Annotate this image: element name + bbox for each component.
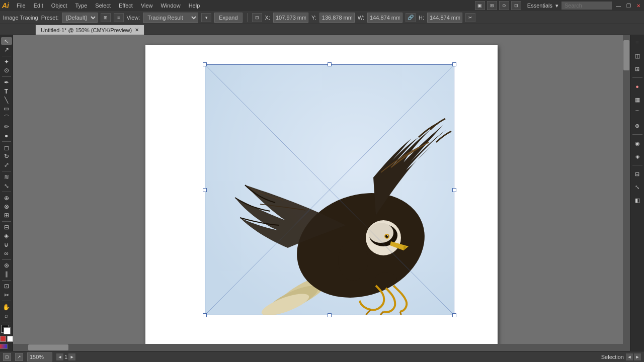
zoom-input[interactable] <box>27 352 52 361</box>
swatches-panel-btn[interactable]: ▦ <box>632 94 643 105</box>
expand-button[interactable]: Expand <box>214 13 242 23</box>
blend-tool[interactable]: ∞ <box>1 249 12 257</box>
view-icon[interactable]: ▾ <box>201 13 211 22</box>
handle-mid-left[interactable] <box>203 188 207 192</box>
size-icon[interactable]: ⊡ <box>252 13 262 22</box>
type-tool[interactable]: T <box>1 87 12 95</box>
slice-tool[interactable]: ✂ <box>1 291 12 299</box>
graphic-styles-panel-btn[interactable]: ◉ <box>632 138 643 149</box>
live-paint-tool[interactable]: ⊗ <box>1 203 12 210</box>
column-graph-tool[interactable]: ∥ <box>1 270 12 278</box>
w-input[interactable] <box>367 13 403 23</box>
tab-close-button[interactable]: ✕ <box>135 27 139 33</box>
handle-bot-left[interactable] <box>203 313 207 317</box>
align-panel-btn[interactable]: ⊟ <box>632 168 643 179</box>
symbol-sprayer-tool[interactable]: ⊛ <box>1 261 12 269</box>
transform-panel-btn[interactable]: ⤡ <box>632 182 643 193</box>
artboard-tool[interactable]: ⊡ <box>1 283 12 290</box>
color-mode-red[interactable] <box>0 336 6 342</box>
properties-panel-btn[interactable]: ≡ <box>632 37 643 48</box>
preset-icon2[interactable]: ≡ <box>114 13 124 22</box>
scale-tool[interactable]: ⤢ <box>1 161 12 169</box>
toolbar-mode3[interactable]: ⊙ <box>499 1 509 10</box>
toolbar-mode1[interactable]: ▣ <box>475 1 485 10</box>
document-tab[interactable]: Untitled-1* @ 150% (CMYK/Preview) ✕ <box>35 25 144 35</box>
nav-right[interactable]: ► <box>68 353 75 360</box>
status-nav-next[interactable]: ► <box>634 353 641 360</box>
blob-brush-tool[interactable]: ● <box>1 132 12 139</box>
free-transform-tool[interactable]: ⤡ <box>1 182 12 190</box>
handle-bot-center[interactable] <box>328 313 332 317</box>
workspace-dropdown-icon[interactable]: ▾ <box>555 3 558 9</box>
menu-effect[interactable]: Effect <box>115 2 136 10</box>
handle-bot-right[interactable] <box>452 313 456 317</box>
mesh-tool[interactable]: ⊟ <box>1 223 12 231</box>
paintbrush-tool[interactable]: ⌒ <box>1 114 12 122</box>
pen-tool[interactable]: ✒ <box>1 79 12 86</box>
menu-file[interactable]: File <box>13 2 29 10</box>
warp-tool[interactable]: ≋ <box>1 173 12 181</box>
canvas-area[interactable] <box>13 35 630 351</box>
minimize-button[interactable]: — <box>615 2 622 9</box>
menu-window[interactable]: Window <box>157 2 184 10</box>
magic-wand-tool[interactable]: ✦ <box>1 58 12 65</box>
gradient-tool[interactable]: ◈ <box>1 232 12 240</box>
menu-view[interactable]: View <box>137 2 156 10</box>
menu-object[interactable]: Object <box>48 2 71 10</box>
brushes-panel-btn[interactable]: ⌒ <box>632 107 643 118</box>
preset-icon1[interactable]: ⊞ <box>101 13 111 22</box>
handle-top-center[interactable] <box>328 62 332 66</box>
line-tool[interactable]: ╲ <box>1 96 12 104</box>
preset-select[interactable]: [Default] <box>62 13 98 23</box>
hand-tool[interactable]: ✋ <box>1 303 12 311</box>
symbols-panel-btn[interactable]: ⊛ <box>632 120 643 131</box>
x-input[interactable] <box>273 13 308 23</box>
horizontal-scroll-thumb[interactable] <box>28 344 68 350</box>
vertical-scroll-thumb[interactable] <box>623 40 629 70</box>
vertical-scrollbar[interactable] <box>623 35 630 351</box>
rotate-tool[interactable]: ↻ <box>1 152 12 160</box>
direct-selection-tool[interactable]: ↗ <box>1 46 12 53</box>
horizontal-scrollbar[interactable] <box>13 344 630 351</box>
lasso-tool[interactable]: ⊙ <box>1 67 12 74</box>
h-input[interactable] <box>427 13 462 23</box>
menu-help[interactable]: Help <box>185 2 204 10</box>
eraser-tool[interactable]: ◻ <box>1 144 12 151</box>
close-button[interactable]: ✕ <box>635 2 642 9</box>
view-select[interactable]: Tracing Result <box>143 13 198 23</box>
selection-tool[interactable]: ↖ <box>1 37 12 45</box>
nav-left[interactable]: ◄ <box>56 353 63 360</box>
y-input[interactable] <box>319 13 355 23</box>
zoom-tool[interactable]: ⌕ <box>1 312 12 319</box>
libraries-panel-btn[interactable]: ⊞ <box>632 63 643 74</box>
shape-builder-tool[interactable]: ⊕ <box>1 194 12 202</box>
status-icon1[interactable]: ⊡ <box>3 353 11 361</box>
menu-type[interactable]: Type <box>72 2 91 10</box>
pathfinder-panel-btn[interactable]: ◧ <box>632 195 643 206</box>
eyedropper-tool[interactable]: ⊌ <box>1 241 12 248</box>
restore-button[interactable]: ❐ <box>625 2 632 9</box>
background-color[interactable] <box>4 327 11 334</box>
handle-mid-right[interactable] <box>452 188 456 192</box>
handle-top-left[interactable] <box>203 62 207 66</box>
menu-edit[interactable]: Edit <box>30 2 47 10</box>
layers-panel-btn[interactable]: ◫ <box>632 50 643 61</box>
image-container[interactable] <box>205 64 454 315</box>
appearance-panel-btn[interactable]: ◈ <box>632 151 643 162</box>
pencil-tool[interactable]: ✏ <box>1 123 12 131</box>
rectangle-tool[interactable]: ▭ <box>1 105 12 112</box>
extra-icon[interactable]: ✂ <box>465 13 475 22</box>
perspective-grid-tool[interactable]: ⊞ <box>1 211 12 219</box>
constrain-icon[interactable]: 🔗 <box>406 13 416 22</box>
status-icon2[interactable]: ↗ <box>15 353 23 361</box>
toolbar-mode2[interactable]: ⊞ <box>487 1 497 10</box>
handle-top-right[interactable] <box>452 62 456 66</box>
menu-select[interactable]: Select <box>92 2 114 10</box>
gradient-control[interactable] <box>0 344 8 349</box>
toolbar-mode4[interactable]: ⊡ <box>511 1 521 10</box>
status-nav-prev[interactable]: ◄ <box>626 353 633 360</box>
search-input[interactable] <box>561 2 612 10</box>
color-mode-none[interactable] <box>7 336 13 342</box>
none-control[interactable] <box>9 344 14 349</box>
color-panel-btn[interactable]: ● <box>632 81 643 92</box>
